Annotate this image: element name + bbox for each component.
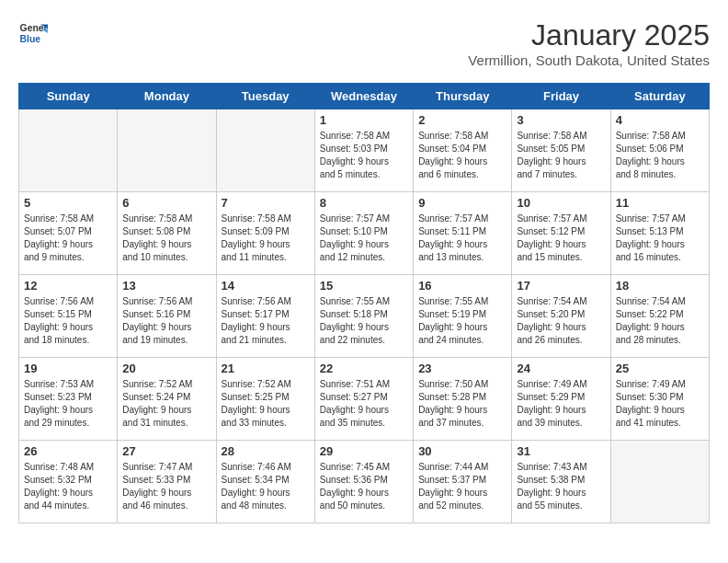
day-number: 25	[616, 362, 704, 375]
cell-line: Sunrise: 7:56 AM	[24, 295, 112, 308]
day-number: 29	[320, 444, 408, 458]
day-number: 26	[24, 444, 112, 458]
day-number: 27	[122, 444, 210, 458]
cell-line: and 29 minutes.	[24, 417, 112, 430]
cell-line: Sunrise: 7:50 AM	[418, 378, 506, 391]
calendar-week-row: 5Sunrise: 7:58 AMSunset: 5:07 PMDaylight…	[19, 192, 710, 275]
cell-content: Sunrise: 7:57 AMSunset: 5:10 PMDaylight:…	[320, 213, 408, 264]
cell-line: Daylight: 9 hours	[222, 487, 310, 500]
cell-line: and 21 minutes.	[222, 334, 310, 347]
cell-line: Sunset: 5:11 PM	[418, 225, 506, 238]
cell-line: Sunrise: 7:51 AM	[320, 378, 408, 391]
cell-line: Sunrise: 7:58 AM	[418, 130, 506, 143]
cell-line: Sunset: 5:03 PM	[320, 143, 408, 155]
cell-content: Sunrise: 7:56 AMSunset: 5:17 PMDaylight:…	[222, 295, 310, 347]
day-number: 6	[122, 196, 210, 210]
cell-line: Daylight: 9 hours	[517, 321, 605, 334]
calendar-cell: 16Sunrise: 7:55 AMSunset: 5:19 PMDayligh…	[414, 275, 512, 358]
cell-line: Sunset: 5:08 PM	[122, 225, 210, 238]
cell-line: Sunrise: 7:43 AM	[517, 461, 605, 474]
calendar-cell: 13Sunrise: 7:56 AMSunset: 5:16 PMDayligh…	[118, 275, 216, 358]
cell-line: Daylight: 9 hours	[320, 404, 408, 417]
cell-line: Sunset: 5:37 PM	[418, 474, 506, 487]
cell-line: Sunrise: 7:56 AM	[222, 295, 310, 308]
header-monday: Monday	[118, 84, 216, 109]
cell-line: Sunrise: 7:52 AM	[122, 378, 210, 391]
calendar-cell: 27Sunrise: 7:47 AMSunset: 5:33 PMDayligh…	[118, 441, 216, 523]
calendar-body: 1Sunrise: 7:58 AMSunset: 5:03 PMDaylight…	[19, 109, 710, 523]
cell-line: Sunrise: 7:57 AM	[320, 213, 408, 225]
calendar-subtitle: Vermillion, South Dakota, United States	[468, 52, 710, 68]
cell-line: Sunset: 5:36 PM	[320, 474, 408, 487]
calendar-cell: 17Sunrise: 7:54 AMSunset: 5:20 PMDayligh…	[512, 275, 610, 358]
day-number: 20	[122, 362, 210, 375]
cell-line: Daylight: 9 hours	[418, 321, 506, 334]
cell-content: Sunrise: 7:57 AMSunset: 5:11 PMDaylight:…	[418, 213, 506, 264]
day-number: 21	[222, 362, 310, 375]
cell-line: Sunset: 5:34 PM	[222, 474, 310, 487]
cell-content: Sunrise: 7:55 AMSunset: 5:19 PMDaylight:…	[418, 295, 506, 347]
cell-content: Sunrise: 7:54 AMSunset: 5:22 PMDaylight:…	[616, 295, 704, 347]
calendar-cell: 4Sunrise: 7:58 AMSunset: 5:06 PMDaylight…	[610, 109, 709, 192]
title-section: January 2025 Vermillion, South Dakota, U…	[468, 18, 710, 68]
cell-content: Sunrise: 7:57 AMSunset: 5:13 PMDaylight:…	[616, 213, 704, 264]
cell-content: Sunrise: 7:58 AMSunset: 5:03 PMDaylight:…	[320, 130, 408, 181]
calendar-cell: 15Sunrise: 7:55 AMSunset: 5:18 PMDayligh…	[314, 275, 413, 358]
cell-line: and 16 minutes.	[616, 251, 704, 264]
calendar-cell: 30Sunrise: 7:44 AMSunset: 5:37 PMDayligh…	[414, 441, 512, 523]
cell-content: Sunrise: 7:57 AMSunset: 5:12 PMDaylight:…	[517, 213, 605, 264]
day-number: 14	[222, 279, 310, 293]
cell-line: Sunset: 5:33 PM	[122, 474, 210, 487]
cell-content: Sunrise: 7:58 AMSunset: 5:04 PMDaylight:…	[418, 130, 506, 181]
cell-line: Sunrise: 7:55 AM	[320, 295, 408, 308]
cell-line: Daylight: 9 hours	[418, 155, 506, 168]
cell-line: Sunset: 5:24 PM	[122, 391, 210, 404]
cell-line: Daylight: 9 hours	[320, 487, 408, 500]
calendar-cell	[216, 109, 314, 192]
calendar-cell	[19, 109, 118, 192]
cell-line: Daylight: 9 hours	[616, 238, 704, 251]
day-number: 9	[418, 196, 506, 210]
day-number: 2	[418, 113, 506, 127]
cell-line: Sunset: 5:32 PM	[24, 474, 112, 487]
calendar-cell: 18Sunrise: 7:54 AMSunset: 5:22 PMDayligh…	[610, 275, 709, 358]
cell-content: Sunrise: 7:58 AMSunset: 5:09 PMDaylight:…	[222, 213, 310, 264]
calendar-table: Sunday Monday Tuesday Wednesday Thursday…	[18, 83, 710, 523]
calendar-cell: 9Sunrise: 7:57 AMSunset: 5:11 PMDaylight…	[414, 192, 512, 275]
cell-content: Sunrise: 7:47 AMSunset: 5:33 PMDaylight:…	[122, 461, 210, 512]
days-header-row: Sunday Monday Tuesday Wednesday Thursday…	[19, 84, 710, 109]
calendar-title: January 2025	[468, 18, 710, 52]
cell-line: and 50 minutes.	[320, 500, 408, 512]
cell-line: Sunrise: 7:55 AM	[418, 295, 506, 308]
day-number: 12	[24, 279, 112, 293]
day-number: 8	[320, 196, 408, 210]
cell-line: Daylight: 9 hours	[222, 321, 310, 334]
day-number: 31	[517, 444, 605, 458]
cell-line: Daylight: 9 hours	[122, 238, 210, 251]
cell-content: Sunrise: 7:51 AMSunset: 5:27 PMDaylight:…	[320, 378, 408, 430]
cell-line: Daylight: 9 hours	[418, 238, 506, 251]
cell-line: Daylight: 9 hours	[418, 404, 506, 417]
cell-line: and 26 minutes.	[517, 334, 605, 347]
cell-line: and 19 minutes.	[122, 334, 210, 347]
cell-line: Sunrise: 7:54 AM	[517, 295, 605, 308]
cell-line: and 48 minutes.	[222, 500, 310, 512]
calendar-cell	[610, 441, 709, 523]
cell-line: and 44 minutes.	[24, 500, 112, 512]
calendar-cell: 8Sunrise: 7:57 AMSunset: 5:10 PMDaylight…	[314, 192, 413, 275]
calendar-cell: 24Sunrise: 7:49 AMSunset: 5:29 PMDayligh…	[512, 358, 610, 441]
cell-line: Daylight: 9 hours	[517, 238, 605, 251]
cell-content: Sunrise: 7:49 AMSunset: 5:30 PMDaylight:…	[616, 378, 704, 430]
cell-line: and 18 minutes.	[24, 334, 112, 347]
cell-line: Daylight: 9 hours	[24, 487, 112, 500]
calendar-cell: 21Sunrise: 7:52 AMSunset: 5:25 PMDayligh…	[216, 358, 314, 441]
calendar-week-row: 19Sunrise: 7:53 AMSunset: 5:23 PMDayligh…	[19, 358, 710, 441]
cell-line: Sunset: 5:22 PM	[616, 308, 704, 321]
cell-line: and 24 minutes.	[418, 334, 506, 347]
cell-content: Sunrise: 7:53 AMSunset: 5:23 PMDaylight:…	[24, 378, 112, 430]
cell-content: Sunrise: 7:52 AMSunset: 5:25 PMDaylight:…	[222, 378, 310, 430]
cell-line: Sunset: 5:38 PM	[517, 474, 605, 487]
cell-content: Sunrise: 7:44 AMSunset: 5:37 PMDaylight:…	[418, 461, 506, 512]
cell-line: and 52 minutes.	[418, 500, 506, 512]
cell-line: and 11 minutes.	[222, 251, 310, 264]
